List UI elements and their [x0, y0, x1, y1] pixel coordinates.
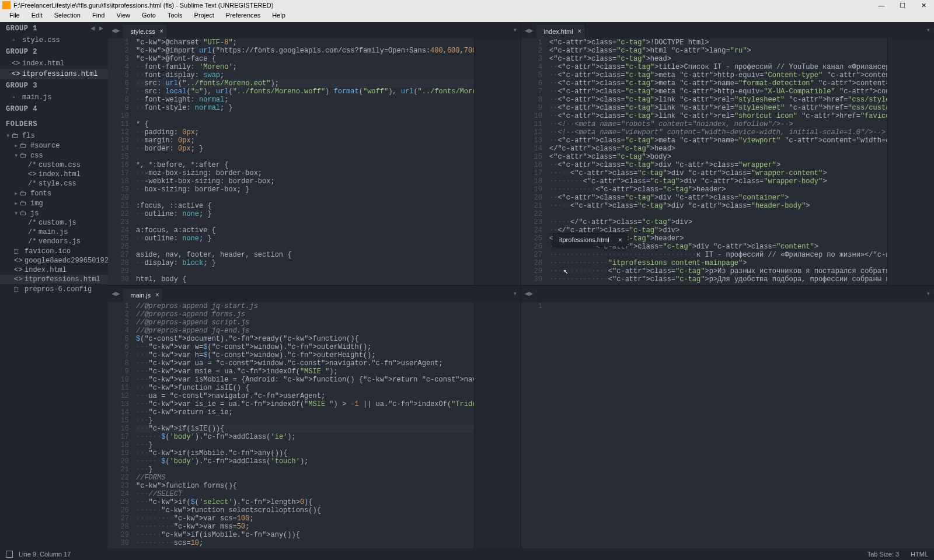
tree-stylecss[interactable]: /*style.css	[0, 179, 108, 188]
tree-vendorsjs[interactable]: /*vendors.js	[0, 237, 108, 246]
prev-tab-icon[interactable]: ◀	[111, 289, 116, 298]
menu-selection[interactable]: Selection	[48, 10, 86, 22]
cursor-icon: ↖	[563, 266, 568, 276]
group-3-header[interactable]: GROUP 3	[0, 79, 108, 92]
code-view[interactable]: "c-kw">@charset "UTF-8";"c-kw">@import u…	[136, 38, 474, 285]
line-gutter: 1234567891011121314151617181920212223242…	[521, 38, 549, 285]
tree-css-indexhtml[interactable]: <>index.html	[0, 170, 108, 179]
prev-tab-icon[interactable]: ◀	[111, 26, 116, 35]
line-gutter: 1	[521, 302, 549, 549]
sidebar-item-stylecss[interactable]: ◦style.css	[0, 35, 108, 46]
tree-customcss[interactable]: /*custom.css	[0, 160, 108, 170]
close-icon[interactable]: ×	[618, 236, 622, 243]
tree-css[interactable]: ▾🗀css	[0, 150, 108, 160]
tab-mainjs[interactable]: main.js×	[123, 288, 163, 302]
pane-3: ◀ ▶ main.js× ▾ 1234567891011121314151617…	[108, 286, 521, 549]
close-button[interactable]: ✕	[913, 0, 934, 10]
tree-root[interactable]: ▾🗀fls	[0, 131, 108, 141]
titlebar: F:\FreelancerLifestyle\#fls.guru\fls\itp…	[0, 0, 934, 10]
tree-indexhtml[interactable]: <>index.html	[0, 265, 108, 275]
status-lang[interactable]: HTML	[911, 551, 928, 558]
code-view[interactable]	[549, 302, 934, 549]
menu-edit[interactable]: Edit	[26, 10, 48, 22]
pane-4: ◀ ▶ ▾ 1	[521, 286, 934, 549]
tree-mainjs[interactable]: /*main.js	[0, 228, 108, 237]
prev-tab-icon[interactable]: ◀	[525, 26, 529, 35]
sidebar-item-mainjs[interactable]: ◦main.js	[0, 92, 108, 103]
close-icon[interactable]: ×	[155, 292, 159, 298]
menu-goto[interactable]: Goto	[136, 10, 162, 22]
menu-preferences[interactable]: Preferences	[220, 10, 266, 22]
minimize-button[interactable]: —	[871, 0, 892, 10]
editor-area: ◀ ▶ style.css× ▾ 12345678910111213141516…	[108, 22, 934, 548]
pane-2: ◀ ▶ index.html× ▾ 1234567891011121314151…	[521, 22, 934, 285]
menu-project[interactable]: Project	[189, 10, 220, 22]
window-title: F:\FreelancerLifestyle\#fls.guru\fls\itp…	[13, 2, 871, 9]
close-icon[interactable]: ×	[578, 28, 581, 34]
minimap[interactable]	[474, 302, 521, 549]
tab-dropdown-icon[interactable]: ▾	[926, 289, 930, 298]
nav-left-icon[interactable]: ◀	[90, 24, 95, 33]
minimap[interactable]	[474, 38, 521, 285]
tab-dropdown-icon[interactable]: ▾	[926, 26, 930, 34]
folders-header: FOLDERS	[0, 118, 108, 131]
sidebar-item-indexhtml[interactable]: <>index.html	[0, 58, 108, 69]
status-tabsize[interactable]: Tab Size: 3	[867, 551, 899, 558]
tab-dropdown-icon[interactable]: ▾	[513, 289, 517, 298]
dragged-tab[interactable]: itprofessions.html×	[553, 233, 628, 246]
tree-prepros[interactable]: ⬚prepros-6.config	[0, 284, 108, 294]
tree-js[interactable]: ▾🗀js	[0, 208, 108, 218]
status-line-col[interactable]: Line 9, Column 17	[19, 551, 71, 558]
code-view[interactable]: //@prepros-append jq-start.js//@prepros-…	[136, 302, 474, 549]
tree-img[interactable]: ▸🗀img	[0, 198, 108, 208]
tab-indexhtml[interactable]: index.html×	[536, 24, 585, 38]
app-icon	[2, 1, 11, 9]
next-tab-icon[interactable]: ▶	[529, 26, 533, 35]
tree-googlefile[interactable]: <>google8aedc299650192…	[0, 256, 108, 265]
tree-favicon[interactable]: ⬚favicon.ico	[0, 246, 108, 256]
line-gutter: 1234567891011121314151617181920212223242…	[108, 302, 136, 549]
statusbar: Line 9, Column 17 Tab Size: 3 HTML	[0, 548, 934, 560]
menu-help[interactable]: Help	[266, 10, 291, 22]
next-tab-icon[interactable]: ▶	[116, 289, 120, 298]
code-view[interactable]: <"c-attr">class="c-tag">!DOCTYPE html><"…	[549, 38, 887, 285]
menu-view[interactable]: View	[110, 10, 136, 22]
tree-fonts[interactable]: ▸🗀fonts	[0, 188, 108, 198]
sidebar-item-itprofessions[interactable]: <>itprofessions.html	[0, 69, 108, 79]
minimap[interactable]	[887, 38, 934, 285]
menubar: File Edit Selection Find View Goto Tools…	[0, 10, 934, 22]
menu-tools[interactable]: Tools	[162, 10, 189, 22]
sidebar: GROUP 1 ◀ ▶ ◦style.css GROUP 2 <>index.h…	[0, 22, 108, 548]
menu-find[interactable]: Find	[86, 10, 110, 22]
nav-right-icon[interactable]: ▶	[99, 24, 103, 33]
line-gutter: 1234567891011121314151617181920212223242…	[108, 38, 136, 285]
prev-tab-icon[interactable]: ◀	[525, 289, 529, 298]
close-icon[interactable]: ×	[160, 28, 163, 34]
pane-1: ◀ ▶ style.css× ▾ 12345678910111213141516…	[108, 22, 521, 285]
tab-stylecss[interactable]: style.css×	[123, 24, 167, 38]
tree-source[interactable]: ▸🗀#source	[0, 141, 108, 150]
tree-customjs[interactable]: /*custom.js	[0, 218, 108, 228]
tab-dropdown-icon[interactable]: ▾	[513, 26, 517, 34]
maximize-button[interactable]: ☐	[892, 0, 913, 10]
tree-itprofessions[interactable]: <>itprofessions.html	[0, 275, 108, 284]
group-4-header[interactable]: GROUP 4	[0, 103, 108, 116]
panel-icon[interactable]	[6, 551, 13, 558]
group-2-header[interactable]: GROUP 2	[0, 46, 108, 58]
menu-file[interactable]: File	[4, 10, 26, 22]
next-tab-icon[interactable]: ▶	[529, 289, 533, 298]
next-tab-icon[interactable]: ▶	[116, 26, 120, 35]
